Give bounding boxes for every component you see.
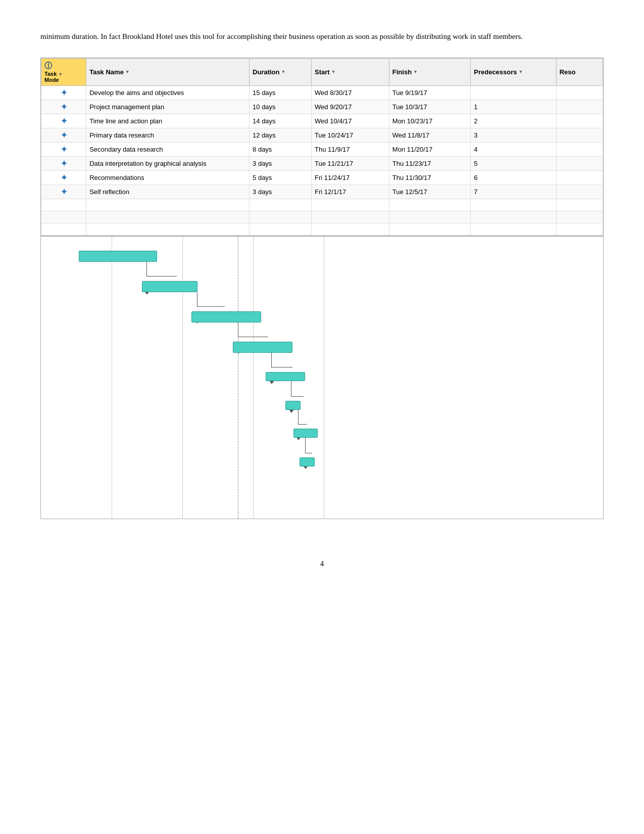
task-mode-icon: ✦	[61, 188, 67, 196]
th-task-name[interactable]: Task Name ▼	[86, 58, 250, 85]
table-row: ✦Primary data research12 daysTue 10/24/1…	[41, 128, 603, 142]
pred-cell-0	[471, 85, 556, 100]
res-cell-4	[556, 142, 603, 156]
grid-line-1	[112, 237, 112, 519]
grid-line-4	[324, 237, 324, 519]
pred-cell-6: 6	[471, 170, 556, 184]
arrow-down-5	[289, 409, 294, 413]
task-mode-icon: ✦	[61, 117, 67, 125]
arrow-v-6	[298, 410, 299, 424]
res-cell-1	[556, 100, 603, 114]
sort-icon-duration: ▼	[281, 69, 286, 74]
duration-cell-1: 10 days	[250, 100, 312, 114]
arrow-h-7	[305, 453, 312, 453]
start-cell-3: Tue 10/24/17	[312, 128, 389, 142]
table-row: ✦Develop the aims and objectives15 daysW…	[41, 85, 603, 100]
finish-cell-5: Thu 11/23/17	[389, 156, 470, 170]
arrow-h-6	[298, 424, 307, 425]
task-mode-cell-3: ✦	[41, 128, 86, 142]
th-duration[interactable]: Duration ▼	[250, 58, 312, 85]
sort-icon-pred: ▼	[519, 69, 523, 74]
arrow-v-1	[146, 262, 147, 276]
task-mode-cell-5: ✦	[41, 156, 86, 170]
res-cell-2	[556, 114, 603, 128]
gantt-bar-6	[285, 401, 301, 410]
arrow-v-7	[305, 438, 306, 453]
arrow-v-4	[271, 353, 272, 367]
th-task-label: Task ▼	[44, 71, 63, 77]
info-icon: ⓘ	[44, 61, 52, 70]
task-name-cell-4: Secondary data research	[86, 142, 250, 156]
start-cell-7: Fri 12/1/17	[312, 184, 389, 199]
duration-cell-5: 3 days	[250, 156, 312, 170]
arrow-down-4	[269, 381, 274, 384]
finish-cell-2: Mon 10/23/17	[389, 114, 470, 128]
th-resources[interactable]: Reso	[556, 58, 603, 85]
start-cell-5: Tue 11/21/17	[312, 156, 389, 170]
empty-row	[41, 211, 603, 223]
duration-cell-2: 14 days	[250, 114, 312, 128]
task-name-cell-0: Develop the aims and objectives	[86, 85, 250, 100]
task-mode-cell-7: ✦	[41, 184, 86, 199]
duration-cell-7: 3 days	[250, 184, 312, 199]
arrow-h-1	[146, 276, 177, 276]
duration-cell-4: 8 days	[250, 142, 312, 156]
gantt-table: ⓘ Task ▼ Mode Task Name ▼ Duration ▼	[41, 58, 603, 236]
res-cell-5	[556, 156, 603, 170]
task-name-cell-1: Project management plan	[86, 100, 250, 114]
gantt-bar-8	[300, 457, 315, 467]
task-name-cell-6: Recommendations	[86, 170, 250, 184]
arrow-h-2	[197, 306, 225, 307]
table-row: ✦Project management plan10 daysWed 9/20/…	[41, 100, 603, 114]
finish-cell-4: Mon 11/20/17	[389, 142, 470, 156]
finish-cell-1: Tue 10/3/17	[389, 100, 470, 114]
gantt-bar-3	[191, 311, 261, 322]
th-start[interactable]: Start ▼	[312, 58, 389, 85]
arrow-h-5	[291, 396, 304, 397]
task-name-cell-7: Self reflection	[86, 184, 250, 199]
task-name-cell-2: Time line and action plan	[86, 114, 250, 128]
arrow-v-3	[238, 322, 238, 337]
task-mode-icon: ✦	[61, 159, 67, 168]
task-mode-cell-6: ✦	[41, 170, 86, 184]
table-row: ✦Recommendations5 daysFri 11/24/17Thu 11…	[41, 170, 603, 184]
task-mode-icon: ✦	[61, 88, 67, 97]
grid-line-2	[182, 237, 183, 519]
table-row: ✦Time line and action plan14 daysWed 10/…	[41, 114, 603, 128]
finish-cell-6: Thu 11/30/17	[389, 170, 470, 184]
start-cell-2: Wed 10/4/17	[312, 114, 389, 128]
task-mode-cell-1: ✦	[41, 100, 86, 114]
table-header-row: ⓘ Task ▼ Mode Task Name ▼ Duration ▼	[41, 58, 603, 85]
task-mode-icon: ✦	[61, 103, 67, 111]
arrow-v-5	[291, 381, 291, 396]
arrow-h-3	[238, 337, 268, 337]
gantt-bar-5	[266, 372, 305, 381]
finish-cell-7: Tue 12/5/17	[389, 184, 470, 199]
intro-paragraph: minimum duration. In fact Brookland Hote…	[40, 30, 604, 43]
grid-line-3	[253, 237, 254, 519]
gantt-bar-2	[142, 281, 197, 292]
task-name-cell-3: Primary data research	[86, 128, 250, 142]
arrow-v-2	[197, 292, 197, 306]
pred-cell-1: 1	[471, 100, 556, 114]
sort-icon-name: ▼	[125, 69, 130, 74]
start-cell-6: Fri 11/24/17	[312, 170, 389, 184]
start-cell-1: Wed 9/20/17	[312, 100, 389, 114]
gantt-bar-7	[293, 429, 318, 438]
table-row: ✦Data interpretation by graphical analys…	[41, 156, 603, 170]
empty-row	[41, 199, 603, 211]
pred-cell-2: 2	[471, 114, 556, 128]
finish-cell-3: Wed 11/8/17	[389, 128, 470, 142]
task-name-cell-5: Data interpretation by graphical analysi…	[86, 156, 250, 170]
res-cell-7	[556, 184, 603, 199]
th-finish[interactable]: Finish ▼	[389, 58, 470, 85]
task-mode-icon: ✦	[61, 131, 67, 140]
duration-cell-3: 12 days	[250, 128, 312, 142]
task-mode-icon: ✦	[61, 145, 67, 154]
pred-cell-3: 3	[471, 128, 556, 142]
table-row: ✦Secondary data research8 daysThu 11/9/1…	[41, 142, 603, 156]
task-mode-icon: ✦	[61, 173, 67, 182]
table-body: ✦Develop the aims and objectives15 daysW…	[41, 85, 603, 235]
th-predecessors[interactable]: Predecessors ▼	[471, 58, 556, 85]
th-task-mode[interactable]: ⓘ Task ▼ Mode	[41, 58, 86, 85]
